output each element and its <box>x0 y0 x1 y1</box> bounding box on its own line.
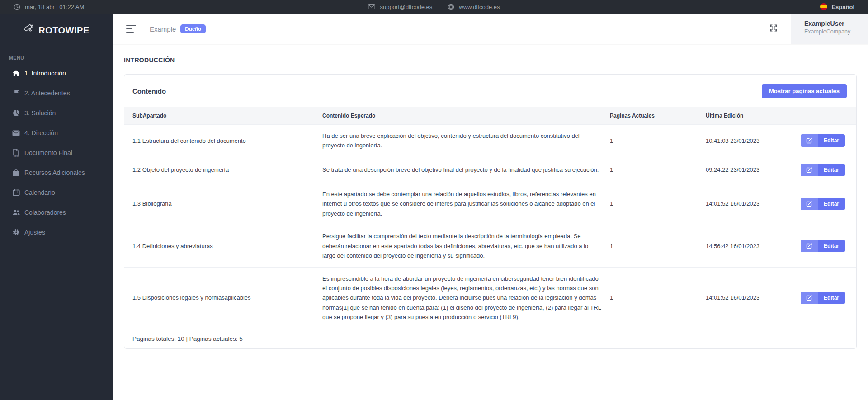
ultima-edicion-cell: 14:56:42 16/01/2023 <box>706 241 801 251</box>
briefcase-icon <box>12 169 20 176</box>
column-header-subapartado: SubApartado <box>132 113 322 119</box>
ultima-edicion-cell: 14:01:52 16/01/2023 <box>706 293 801 302</box>
column-header-ultima-edicion: Última Edición <box>706 113 801 119</box>
sidebar-item-label: 4. Dirección <box>24 129 58 136</box>
table-row: 1.2 Objeto del proyecto de ingeniería Se… <box>124 157 856 183</box>
people-icon <box>12 209 20 216</box>
card-title: Contenido <box>132 87 166 95</box>
project-name: Example <box>150 25 176 33</box>
sidebar-item-antecedentes[interactable]: 2. Antecedentes <box>0 83 113 103</box>
topbar-website[interactable]: www.dltcode.es <box>448 4 500 10</box>
sidebar-item-label: 1. Introducción <box>24 70 66 77</box>
editar-button[interactable]: Editar <box>801 134 845 147</box>
user-panel[interactable]: ExampleUser ExampleCompany <box>791 14 868 44</box>
app-logo[interactable]: ROTOWIPE <box>0 14 113 47</box>
sidebar-item-ajustes[interactable]: Ajustes <box>0 222 113 242</box>
topbar-email-text: support@dltcode.es <box>380 4 432 10</box>
sidebar-item-direccion[interactable]: 4. Dirección <box>0 123 113 143</box>
ultima-edicion-cell: 10:41:03 23/01/2023 <box>706 136 801 146</box>
svg-text:DOCX: DOCX <box>14 155 19 157</box>
contenido-cell: Se trata de una descripción breve del ob… <box>322 165 610 174</box>
pages-summary: Paginas totales: 10 | Paginas actuales: … <box>124 329 856 348</box>
pie-chart-icon <box>12 109 20 117</box>
mail-icon <box>12 130 20 136</box>
show-current-pages-button[interactable]: Mostrar paginas actuales <box>762 84 847 98</box>
mail-icon <box>368 4 375 9</box>
content-card: Contenido Mostrar paginas actuales SubAp… <box>124 74 857 349</box>
clock-icon <box>14 4 20 10</box>
topbar-website-text: www.dltcode.es <box>459 4 500 10</box>
fullscreen-icon[interactable] <box>769 24 778 34</box>
hamburger-menu-icon[interactable] <box>126 25 136 33</box>
sidebar-item-calendario[interactable]: Calendario <box>0 183 113 202</box>
sidebar-item-recursos-adicionales[interactable]: Recursos Adicionales <box>0 163 113 183</box>
ultima-edicion-cell: 14:01:52 16/01/2023 <box>706 199 801 208</box>
topbar: mar, 18 abr | 01:22 AM support@dltcode.e… <box>0 0 868 14</box>
contenido-cell: Persigue facilitar la comprensión del te… <box>322 231 610 260</box>
paginas-cell: 1 <box>610 293 706 302</box>
sidebar-item-label: Colaboradores <box>24 209 66 216</box>
app-logo-text: ROTOWIPE <box>38 25 90 36</box>
contenido-cell: Ha de ser una breve explicación del obje… <box>322 131 610 151</box>
menu-section-label: MENU <box>0 47 113 63</box>
topbar-datetime: mar, 18 abr | 01:22 AM <box>25 4 84 10</box>
language-selector[interactable]: Español <box>820 3 868 10</box>
paginas-cell: 1 <box>610 136 706 146</box>
column-header-paginas-actuales: Paginas Actuales <box>610 113 706 119</box>
paginas-cell: 1 <box>610 241 706 251</box>
edit-icon <box>801 164 818 176</box>
sidebar-item-introduccion[interactable]: 1. Introducción <box>0 63 113 83</box>
edit-icon <box>801 198 818 210</box>
role-badge: Dueño <box>180 24 206 33</box>
sidebar-item-label: Recursos Adicionales <box>24 169 85 176</box>
ultima-edicion-cell: 09:24:22 23/01/2023 <box>706 165 801 174</box>
sidebar-item-label: 2. Antecedentes <box>24 89 70 97</box>
edit-icon <box>801 292 818 304</box>
sidebar-item-label: Ajustes <box>24 229 45 236</box>
sidebar-nav: 1. Introducción 2. Antecedentes 3. Soluc… <box>0 63 113 242</box>
language-label: Español <box>831 4 854 10</box>
flag-icon <box>12 89 20 97</box>
topbar-email[interactable]: support@dltcode.es <box>368 4 432 10</box>
table-row: 1.5 Disposiciones legales y normasaplica… <box>124 267 856 329</box>
sidebar-item-documento-final[interactable]: DOCX Documento Final <box>0 143 113 163</box>
table-row: 1.4 Definiciones y abreviaturas Persigue… <box>124 225 856 267</box>
table-header: SubApartado Contenido Esperado Paginas A… <box>124 107 856 124</box>
column-header-contenido-esperado: Contenido Esperado <box>322 113 610 119</box>
editar-button[interactable]: Editar <box>801 198 845 210</box>
contenido-cell: En este apartado se debe contemplar una … <box>322 189 610 218</box>
contenido-cell: Es imprescindible a la hora de abordar u… <box>322 274 610 322</box>
user-name: ExampleUser <box>804 20 868 27</box>
main-header: Example Dueño ExampleUser ExampleCompany <box>113 14 868 44</box>
editar-button[interactable]: Editar <box>801 240 845 252</box>
paint-roller-icon <box>23 23 35 38</box>
gear-icon <box>12 229 20 236</box>
table-row: 1.3 Bibliografía En este apartado se deb… <box>124 183 856 225</box>
sidebar-item-label: Documento Final <box>24 149 72 156</box>
subapartado-cell: 1.1 Estructura del contenido del documen… <box>132 136 322 146</box>
subapartado-cell: 1.2 Objeto del proyecto de ingeniería <box>132 165 322 174</box>
edit-icon <box>801 240 818 252</box>
sidebar-item-label: 3. Solución <box>24 109 56 117</box>
editar-button[interactable]: Editar <box>801 164 845 176</box>
sidebar-item-colaboradores[interactable]: Colaboradores <box>0 202 113 222</box>
sidebar: ROTOWIPE MENU 1. Introducción 2. Anteced… <box>0 14 113 400</box>
calendar-icon <box>12 189 20 196</box>
paginas-cell: 1 <box>610 165 706 174</box>
paginas-cell: 1 <box>610 199 706 208</box>
subapartado-cell: 1.3 Bibliografía <box>132 199 322 208</box>
sidebar-item-label: Calendario <box>24 189 55 196</box>
subapartado-cell: 1.5 Disposiciones legales y normasaplica… <box>132 293 322 302</box>
sidebar-item-solucion[interactable]: 3. Solución <box>0 103 113 123</box>
docx-file-icon: DOCX <box>12 149 20 157</box>
page-title: INTRODUCCIÓN <box>124 56 857 64</box>
subapartado-cell: 1.4 Definiciones y abreviaturas <box>132 241 322 251</box>
globe-icon <box>448 4 454 10</box>
table-row: 1.1 Estructura del contenido del documen… <box>124 124 856 157</box>
edit-icon <box>801 134 818 147</box>
editar-button[interactable]: Editar <box>801 292 845 304</box>
home-icon <box>12 70 20 77</box>
spain-flag-icon <box>820 3 827 10</box>
user-company: ExampleCompany <box>804 28 868 35</box>
